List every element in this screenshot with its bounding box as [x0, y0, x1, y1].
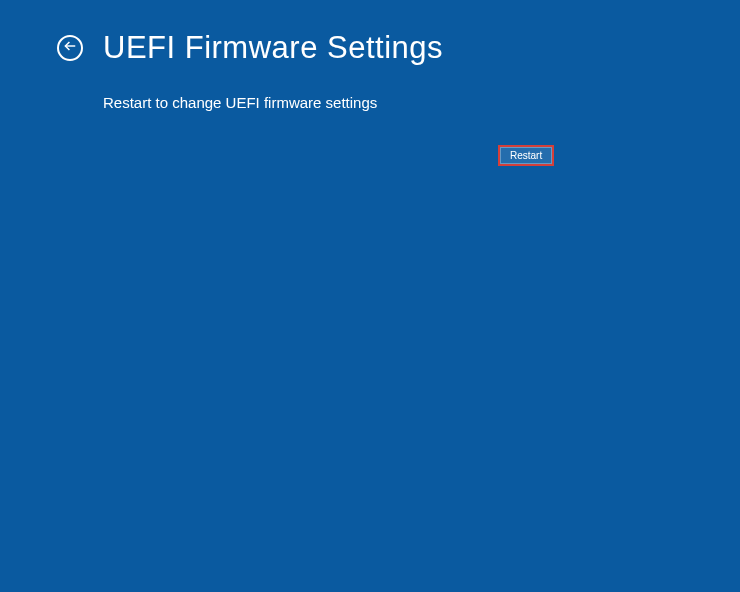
page-title: UEFI Firmware Settings — [103, 30, 443, 66]
restart-button[interactable]: Restart — [498, 145, 554, 166]
back-arrow-icon — [63, 39, 77, 57]
action-area: Restart — [0, 111, 740, 166]
description-text: Restart to change UEFI firmware settings — [0, 66, 740, 111]
back-button[interactable] — [57, 35, 83, 61]
header: UEFI Firmware Settings — [0, 0, 740, 66]
